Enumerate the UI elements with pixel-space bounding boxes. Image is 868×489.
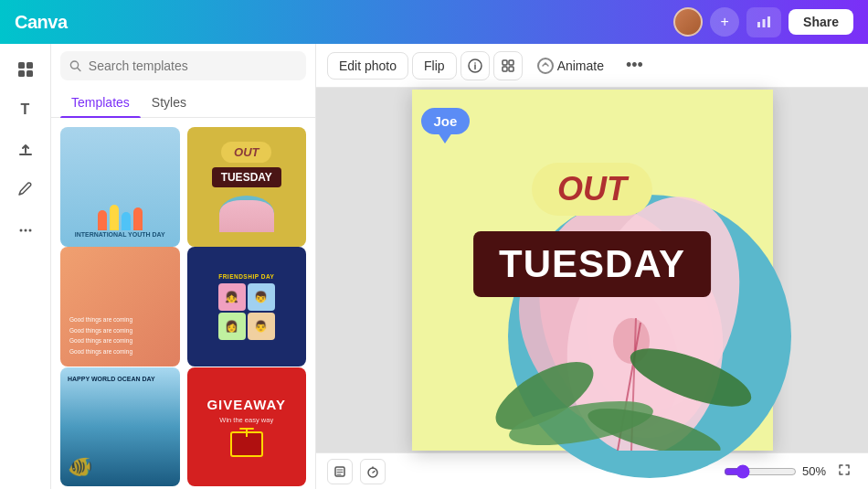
svg-rect-3 (18, 62, 25, 69)
template-card-tuesday[interactable]: OUT TUESDAY (187, 127, 307, 247)
canva-logo: Canva (15, 12, 68, 33)
grid-icon (16, 60, 35, 79)
svg-point-8 (24, 229, 26, 232)
zoom-slider[interactable] (724, 464, 797, 479)
design-canvas: OUT TUESDAY Joe (412, 90, 773, 451)
canvas-toolbar: Edit photo Flip (316, 44, 868, 88)
analytics-button[interactable] (746, 7, 781, 37)
panel-tabs: Templates Styles (51, 88, 315, 118)
speech-bubble-text: Joe (434, 113, 458, 129)
svg-rect-0 (757, 22, 760, 27)
notes-icon (333, 465, 346, 478)
template-card-youth[interactable]: INTERNATIONAL YOUTH DAY (60, 127, 180, 247)
animate-label: Animate (557, 58, 604, 73)
info-button[interactable] (460, 51, 490, 80)
search-icon (69, 59, 81, 72)
ocean-title: HAPPY WORLD OCEAN DAY (68, 375, 155, 384)
text-icon: T (21, 101, 30, 118)
template-card-ocean[interactable]: HAPPY WORLD OCEAN DAY 🐠 (60, 367, 180, 487)
design-tuesday-text: TUESDAY (473, 231, 711, 297)
template-card-friendship[interactable]: FRIENDSHIP DAY 👧 👦 👩 👨 (187, 247, 307, 367)
speech-bubble: Joe (421, 108, 471, 134)
grid-view-icon (501, 58, 515, 73)
upload-icon (16, 141, 35, 159)
info-icon (468, 58, 482, 73)
svg-rect-1 (763, 19, 766, 27)
canvas-container[interactable]: OUT TUESDAY Joe (316, 88, 868, 452)
svg-rect-17 (503, 67, 507, 71)
more-options-button[interactable]: ••• (619, 50, 651, 80)
more-icon: ••• (626, 56, 643, 74)
svg-rect-15 (503, 60, 507, 65)
animate-icon (537, 58, 554, 74)
svg-rect-4 (26, 62, 33, 69)
navbar-right: + Share (673, 7, 853, 37)
fullscreen-button[interactable] (831, 459, 857, 484)
add-collaborator-button[interactable]: + (710, 7, 739, 37)
tab-templates[interactable]: Templates (60, 88, 141, 117)
timer-button[interactable] (360, 459, 386, 484)
share-button[interactable]: Share (789, 9, 853, 35)
svg-line-11 (78, 68, 80, 70)
tuesday-out-label: OUT (221, 142, 271, 163)
search-box[interactable] (60, 51, 306, 80)
svg-point-9 (28, 229, 31, 232)
giveaway-subtitle: Win the easy way (219, 416, 273, 424)
svg-rect-2 (767, 16, 770, 27)
edit-photo-button[interactable]: Edit photo (327, 52, 408, 80)
bottom-left-controls (327, 459, 386, 484)
template-card-goodthings[interactable]: Good things are comingGood things are co… (60, 247, 180, 367)
svg-rect-6 (26, 70, 33, 77)
svg-rect-5 (18, 70, 25, 77)
navbar: Canva + Share (0, 0, 868, 44)
svg-line-36 (373, 471, 375, 473)
analytics-icon (756, 13, 772, 29)
svg-rect-16 (509, 60, 513, 65)
notes-button[interactable] (327, 459, 353, 484)
sidebar-item-draw[interactable] (7, 172, 44, 208)
draw-icon (16, 181, 35, 199)
goodthings-text: Good things are comingGood things are co… (69, 314, 132, 357)
timer-icon (366, 465, 379, 478)
svg-point-7 (19, 229, 22, 232)
apps-icon (16, 221, 35, 239)
grid-view-button[interactable] (493, 51, 523, 80)
giveaway-title: GIVEAWAY (206, 397, 286, 412)
flip-button[interactable]: Flip (412, 52, 457, 80)
animate-button[interactable]: Animate (526, 52, 615, 80)
design-out-text: OUT (532, 163, 652, 216)
zoom-control: 50% (724, 459, 857, 484)
template-card-giveaway[interactable]: GIVEAWAY Win the easy way (187, 367, 307, 487)
icon-sidebar: T (0, 44, 51, 489)
tuesday-label: TUESDAY (212, 167, 281, 187)
zoom-label: 50% (802, 464, 826, 478)
navbar-left: Canva (15, 12, 68, 33)
sidebar-item-elements[interactable] (7, 51, 44, 88)
search-input[interactable] (89, 58, 297, 73)
templates-panel: Templates Styles INTERNATIONAL YOUTH DAY (51, 44, 316, 489)
sidebar-item-text[interactable]: T (7, 91, 44, 128)
svg-point-14 (474, 62, 476, 64)
sidebar-item-uploads[interactable] (7, 132, 44, 168)
svg-rect-18 (509, 67, 513, 71)
main-layout: T (0, 44, 868, 489)
fullscreen-icon (838, 463, 851, 476)
friendship-title: FRIENDSHIP DAY (218, 273, 274, 280)
canvas-area: Edit photo Flip (316, 44, 868, 489)
tab-styles[interactable]: Styles (141, 88, 197, 117)
avatar[interactable] (673, 7, 703, 37)
template-grid: INTERNATIONAL YOUTH DAY OUT TUESDAY Good… (51, 118, 315, 489)
youth-card-title: INTERNATIONAL YOUTH DAY (75, 230, 165, 239)
sidebar-item-apps[interactable] (7, 212, 44, 249)
